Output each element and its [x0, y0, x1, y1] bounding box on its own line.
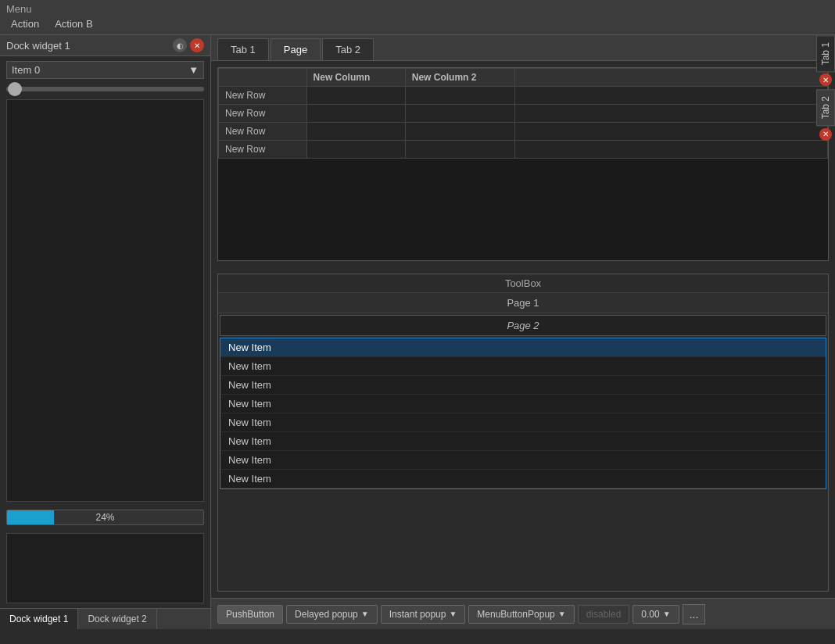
dock-canvas2: [6, 533, 204, 603]
dock-progress-area: 24%: [6, 510, 204, 525]
dock-slider[interactable]: [6, 87, 204, 91]
side-tab-1-container: Tab 1 ✕: [816, 35, 835, 86]
table-cell-1-2[interactable]: [405, 87, 514, 105]
toolbox-item-7[interactable]: New Item: [220, 470, 826, 488]
menu-button-label: MenuButtonPopup: [477, 609, 554, 620]
dock-combo-value: Item 0: [12, 64, 40, 76]
data-table: New Column New Column 2 New Row New Row: [218, 68, 828, 159]
tab-bar: Tab 1 Page Tab 2: [211, 35, 835, 61]
side-tab-1-close[interactable]: ✕: [819, 73, 832, 86]
side-tab-2-container: Tab 2 ✕: [816, 89, 835, 140]
table-cell-4-extra: [515, 141, 828, 159]
table-cell-2-extra: [515, 105, 828, 123]
table-cell-1-1[interactable]: [306, 87, 405, 105]
menu-button-popup[interactable]: MenuButtonPopup ▼: [468, 605, 574, 624]
dock-header-buttons: ◐ ✕: [173, 38, 204, 52]
table-row: New Row: [219, 123, 828, 141]
table-row-label-3[interactable]: New Row: [219, 123, 307, 141]
dock-tab-2[interactable]: Dock widget 2: [78, 609, 156, 629]
delayed-popup-arrow-icon: ▼: [361, 610, 369, 618]
menu-action-actionb[interactable]: Action B: [50, 16, 97, 31]
table-row: New Row: [219, 87, 828, 105]
table-cell-3-2[interactable]: [405, 123, 514, 141]
table-cell-3-extra: [515, 123, 828, 141]
table-cell-4-1[interactable]: [306, 141, 405, 159]
instant-popup-button[interactable]: Instant popup ▼: [381, 605, 466, 624]
push-button[interactable]: PushButton: [217, 605, 283, 624]
side-tab-2[interactable]: Tab 2: [816, 89, 835, 126]
dock-widget: Dock widget 1 ◐ ✕ Item 0 ▼ 24% Dock widg…: [0, 35, 211, 629]
number-value: 0.00: [641, 609, 659, 620]
dock-progress-label: 24%: [7, 510, 203, 524]
table-row: New Row: [219, 105, 828, 123]
table-row-label-2[interactable]: New Row: [219, 105, 307, 123]
dock-float-button[interactable]: ◐: [173, 38, 187, 52]
table-row-label-1[interactable]: New Row: [219, 87, 307, 105]
side-tabs: Tab 1 ✕ Tab 2 ✕: [816, 35, 835, 144]
toolbox-title: ToolBox: [218, 274, 828, 293]
instant-popup-label: Instant popup: [389, 609, 446, 620]
toolbox-page2[interactable]: Page 2: [220, 315, 826, 336]
number-arrow-icon: ▼: [663, 610, 671, 618]
dock-header: Dock widget 1 ◐ ✕: [0, 35, 210, 56]
side-tab-2-close[interactable]: ✕: [819, 128, 832, 141]
table-cell-2-2[interactable]: [405, 105, 514, 123]
bottom-toolbar: PushButton Delayed popup ▼ Instant popup…: [211, 598, 835, 629]
toolbox-item-5[interactable]: New Item: [220, 432, 826, 451]
table-empty-area: [218, 159, 828, 260]
table-cell-1-extra: [515, 87, 828, 105]
toolbox-page1[interactable]: Page 1: [218, 293, 828, 313]
toolbox-item-3[interactable]: New Item: [220, 395, 826, 413]
tab-2[interactable]: Tab 2: [322, 38, 374, 60]
dock-slider-area: [6, 87, 204, 91]
menu-button-arrow-icon: ▼: [558, 610, 566, 618]
menu-bar: Menu Action Action B: [0, 0, 835, 35]
table-area: New Column New Column 2 New Row New Row: [217, 67, 829, 261]
table-row-label-4[interactable]: New Row: [219, 141, 307, 159]
table-header-extra: [515, 69, 828, 87]
menu-action-action[interactable]: Action: [6, 16, 44, 31]
main-layout: Dock widget 1 ◐ ✕ Item 0 ▼ 24% Dock widg…: [0, 35, 835, 629]
dock-combo[interactable]: Item 0 ▼: [6, 61, 204, 79]
instant-popup-arrow-icon: ▼: [449, 610, 457, 618]
dock-close-button[interactable]: ✕: [190, 38, 204, 52]
table-header-col1[interactable]: New Column: [306, 69, 405, 87]
toolbox-item-1[interactable]: New Item: [220, 357, 826, 376]
dock-progress-bar: 24%: [6, 510, 204, 525]
dock-tabs: Dock widget 1 Dock widget 2: [0, 608, 210, 629]
table-cell-2-1[interactable]: [306, 105, 405, 123]
delayed-popup-label: Delayed popup: [295, 609, 358, 620]
side-tab-1[interactable]: Tab 1: [816, 35, 835, 72]
right-panel: Tab 1 ✕ Tab 2 ✕ Tab 1 Page Tab 2 New Col…: [211, 35, 835, 629]
toolbox-item-6[interactable]: New Item: [220, 451, 826, 470]
toolbox-area: ToolBox Page 1 Page 2 New Item New Item …: [217, 274, 829, 592]
dock-tab-1[interactable]: Dock widget 1: [0, 609, 78, 629]
toolbox-item-4[interactable]: New Item: [220, 413, 826, 432]
table-row: New Row: [219, 141, 828, 159]
toolbox-items-list: New Item New Item New Item New Item New …: [220, 338, 826, 489]
table-header-empty: [219, 69, 307, 87]
table-header-row: New Column New Column 2: [219, 69, 828, 87]
number-input[interactable]: 0.00 ▼: [633, 605, 679, 624]
tab-page[interactable]: Page: [271, 38, 321, 60]
toolbox-item-2[interactable]: New Item: [220, 376, 826, 395]
table-header-col2[interactable]: New Column 2: [405, 69, 514, 87]
dock-widget-title: Dock widget 1: [6, 40, 70, 52]
disabled-button: disabled: [578, 605, 630, 624]
tab-1[interactable]: Tab 1: [217, 38, 269, 60]
table-cell-3-1[interactable]: [306, 123, 405, 141]
combo-arrow-icon: ▼: [188, 64, 199, 76]
more-button[interactable]: ...: [683, 604, 706, 624]
dock-canvas: [6, 99, 204, 502]
toolbox-item-0[interactable]: New Item: [220, 338, 826, 357]
table-cell-4-2[interactable]: [405, 141, 514, 159]
menu-title: Menu: [6, 3, 829, 15]
menu-actions: Action Action B: [6, 16, 829, 31]
delayed-popup-button[interactable]: Delayed popup ▼: [286, 605, 378, 624]
dock-slider-thumb[interactable]: [8, 82, 22, 96]
